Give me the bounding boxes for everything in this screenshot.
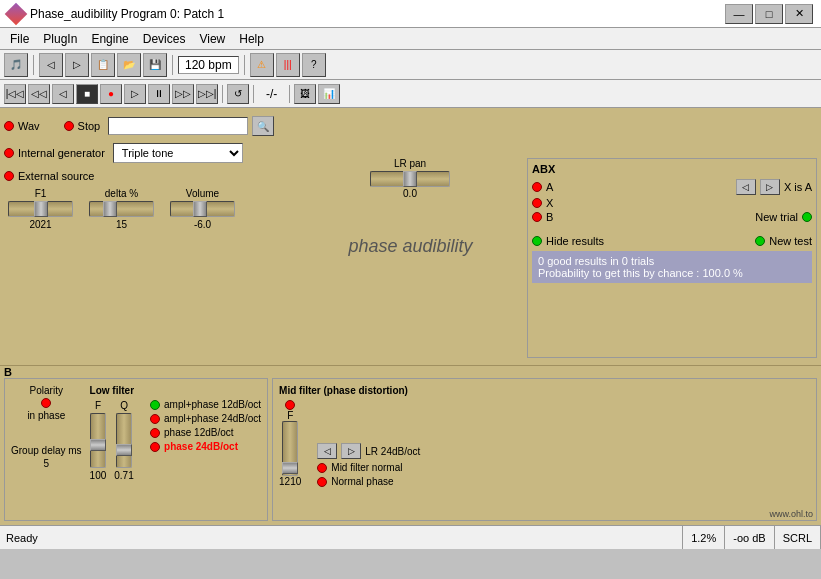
minimize-button[interactable]: — — [725, 4, 753, 24]
mid-options: ◁ ▷ LR 24dB/oct Mid filter normal Normal… — [317, 443, 420, 487]
menubar: File PlugIn Engine Devices View Help — [0, 28, 821, 50]
rewind-fast-button[interactable]: ◁◁ — [28, 84, 50, 104]
internal-led[interactable] — [4, 148, 14, 158]
in-phase-label: in phase — [27, 410, 65, 421]
wav-label: Wav — [18, 120, 40, 132]
loop-button[interactable]: ↺ — [227, 84, 249, 104]
mid-f-slider[interactable] — [282, 421, 298, 476]
status-db: -oo dB — [725, 526, 774, 549]
view-btn2[interactable]: 📊 — [318, 84, 340, 104]
f1-label: F1 — [35, 188, 47, 199]
group-delay-value: 5 — [44, 458, 50, 469]
mid-opt3-led[interactable] — [317, 477, 327, 487]
delta-thumb[interactable] — [103, 201, 117, 217]
q-slider[interactable] — [116, 413, 132, 468]
menu-plugin[interactable]: PlugIn — [37, 31, 83, 47]
mid-led[interactable] — [285, 400, 295, 410]
stop-led[interactable] — [64, 121, 74, 131]
mid-opt2-label: Mid filter normal — [331, 462, 402, 473]
copy-button[interactable]: 📋 — [91, 53, 115, 77]
toolbar: 🎵 ◁ ▷ 📋 📂 💾 120 bpm ⚠ ||| ? — [0, 50, 821, 80]
forward-button[interactable]: ▷ — [65, 53, 89, 77]
transport-time: -/- — [258, 86, 285, 102]
mid-f-value: 1210 — [279, 476, 301, 487]
opt3-led[interactable] — [150, 428, 160, 438]
opt2-led[interactable] — [150, 414, 160, 424]
pan-thumb[interactable] — [403, 171, 417, 187]
pause-button[interactable]: ⏸ — [148, 84, 170, 104]
menu-view[interactable]: View — [193, 31, 231, 47]
polarity-label: Polarity — [30, 385, 63, 396]
abx-next-btn[interactable]: ▷ — [760, 179, 780, 195]
result-line1: 0 good results in 0 trials — [538, 255, 806, 267]
polarity-section: Polarity in phase Group delay ms 5 — [11, 385, 82, 469]
volume-thumb[interactable] — [193, 201, 207, 217]
q-thumb[interactable] — [116, 444, 132, 456]
open-button[interactable]: 📂 — [117, 53, 141, 77]
pan-slider[interactable] — [370, 171, 450, 187]
search-button[interactable]: 🔍 — [252, 116, 274, 136]
a-led[interactable] — [532, 182, 542, 192]
levels-icon[interactable]: ||| — [276, 53, 300, 77]
window-title: Phase_audibility Program 0: Patch 1 — [30, 7, 224, 21]
f-slider[interactable] — [90, 413, 106, 468]
opt1-led[interactable] — [150, 400, 160, 410]
abx-prev-btn[interactable]: ◁ — [736, 179, 756, 195]
back-button[interactable]: ◁ — [39, 53, 63, 77]
save-button[interactable]: 💾 — [143, 53, 167, 77]
ff-button[interactable]: ▷▷ — [172, 84, 194, 104]
mid-f-thumb[interactable] — [282, 462, 298, 474]
external-led[interactable] — [4, 171, 14, 181]
new-test-led[interactable] — [755, 236, 765, 246]
q-label: Q — [120, 400, 128, 411]
transport-sep3 — [289, 85, 290, 103]
website-area: www.ohl.to — [769, 507, 813, 519]
menu-engine[interactable]: Engine — [85, 31, 134, 47]
statusbar: Ready 1.2% -oo dB SCRL — [0, 525, 821, 549]
help-icon[interactable]: ? — [302, 53, 326, 77]
hide-results-led[interactable] — [532, 236, 542, 246]
view-btn1[interactable]: 🖼 — [294, 84, 316, 104]
stop-button[interactable]: ■ — [76, 84, 98, 104]
opt4-led[interactable] — [150, 442, 160, 452]
bpm-display: 120 bpm — [178, 56, 239, 74]
menu-devices[interactable]: Devices — [137, 31, 192, 47]
delta-value: 15 — [116, 219, 127, 230]
f1-thumb[interactable] — [34, 201, 48, 217]
goto-start-button[interactable]: |◁◁ — [4, 84, 26, 104]
x-is-a-label: X is A — [784, 181, 812, 193]
f-label: F — [95, 400, 101, 411]
website-label: www.ohl.to — [769, 509, 813, 519]
wav-led[interactable] — [4, 121, 14, 131]
goto-end-button[interactable]: ▷▷| — [196, 84, 218, 104]
mid-opt2-led[interactable] — [317, 463, 327, 473]
generator-dropdown[interactable]: Triple tone — [113, 143, 243, 163]
menu-help[interactable]: Help — [233, 31, 270, 47]
warning-icon[interactable]: ⚠ — [250, 53, 274, 77]
record-button[interactable]: ● — [100, 84, 122, 104]
play-button[interactable]: ▷ — [124, 84, 146, 104]
toolbar-sep3 — [244, 55, 245, 75]
plugin-icon[interactable]: 🎵 — [4, 53, 28, 77]
new-trial-led[interactable] — [802, 212, 812, 222]
mid-filter-label: Mid filter (phase distortion) — [279, 385, 408, 396]
rewind-button[interactable]: ◁ — [52, 84, 74, 104]
maximize-button[interactable]: □ — [755, 4, 783, 24]
x-led[interactable] — [532, 198, 542, 208]
external-label: External source — [18, 170, 94, 182]
mid-opt1-label: LR 24dB/oct — [365, 446, 420, 457]
volume-slider[interactable] — [170, 201, 235, 217]
lr-prev-btn[interactable]: ◁ — [317, 443, 337, 459]
polarity-led[interactable] — [41, 398, 51, 408]
low-filter-controls: Low filter F 100 Q 0.71 — [90, 385, 134, 481]
mid-opt3-label: Normal phase — [331, 476, 393, 487]
transport-sep1 — [222, 85, 223, 103]
f-thumb[interactable] — [90, 439, 106, 451]
menu-file[interactable]: File — [4, 31, 35, 47]
b-led[interactable] — [532, 212, 542, 222]
close-button[interactable]: ✕ — [785, 4, 813, 24]
search-input[interactable] — [108, 117, 248, 135]
delta-slider[interactable] — [89, 201, 154, 217]
lr-next-btn[interactable]: ▷ — [341, 443, 361, 459]
f1-slider[interactable] — [8, 201, 73, 217]
